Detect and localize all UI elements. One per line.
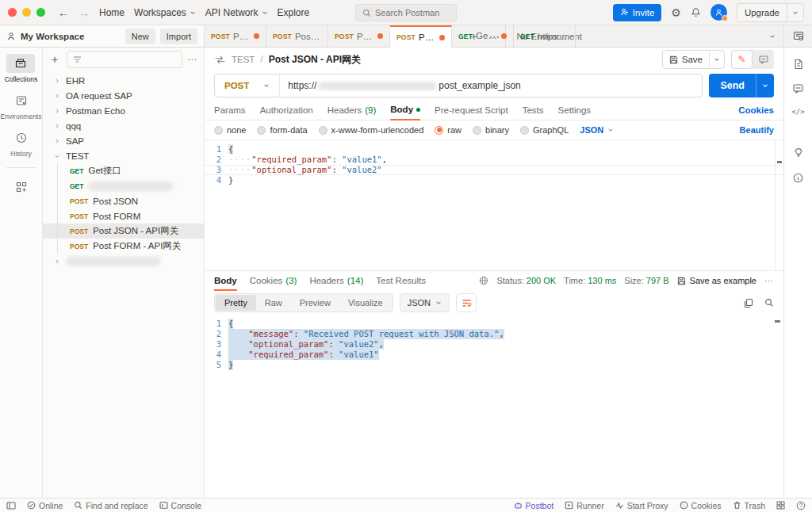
add-collection-icon[interactable]: + xyxy=(48,53,62,66)
body-mode-raw[interactable]: raw xyxy=(435,125,462,135)
statusbar-find-and-replace[interactable]: Find and replace xyxy=(74,501,147,510)
comments-icon[interactable] xyxy=(793,84,803,94)
line-wrap-icon[interactable] xyxy=(456,293,477,312)
request-tab[interactable]: POSTPost JSON xyxy=(266,25,328,47)
request-tab[interactable]: GEThttps://open-api- xyxy=(514,25,576,47)
save-as-example-button[interactable]: Save as example xyxy=(677,276,756,285)
copy-response-icon[interactable] xyxy=(744,298,753,308)
request-tab-params[interactable]: Params xyxy=(214,100,246,120)
sidebar-item-collections[interactable]: Collections xyxy=(5,54,38,83)
beautify-link[interactable]: Beautify xyxy=(740,125,774,135)
response-view-visualize[interactable]: Visualize xyxy=(339,295,392,311)
tree-request-row[interactable]: GET xyxy=(43,178,204,193)
minimize-window-icon[interactable] xyxy=(22,8,31,17)
request-tab-settings[interactable]: Settings xyxy=(558,100,592,120)
chevron-down-icon[interactable] xyxy=(53,153,61,159)
account-avatar[interactable] xyxy=(710,4,727,21)
help-icon[interactable] xyxy=(796,501,806,510)
request-tab[interactable]: POSTPost FORM - xyxy=(205,25,266,47)
tree-folder-row[interactable]: TEST xyxy=(43,148,204,163)
send-options-chevron-icon[interactable] xyxy=(756,74,774,97)
documentation-icon[interactable] xyxy=(794,59,803,70)
tree-request-row[interactable]: POSTPost FORM - API网关 xyxy=(43,239,204,254)
response-view-pretty[interactable]: Pretty xyxy=(216,295,256,311)
request-tab-authorization[interactable]: Authorization xyxy=(260,100,313,120)
workspace-title[interactable]: My Workspace xyxy=(21,32,121,41)
statusbar-trash[interactable]: Trash xyxy=(733,501,765,510)
editor-scrollbar[interactable] xyxy=(775,140,776,270)
cookies-link[interactable]: Cookies xyxy=(738,105,774,115)
request-tab[interactable]: GETGet接口 xyxy=(452,25,514,47)
tree-folder-row[interactable]: SAP xyxy=(43,133,204,148)
url-input[interactable]: https://post_example_json xyxy=(280,80,528,91)
environment-quick-look-icon[interactable] xyxy=(783,25,812,47)
info-icon[interactable] xyxy=(793,173,803,183)
response-options-icon[interactable]: ⋯ xyxy=(764,276,774,286)
body-mode-binary[interactable]: binary xyxy=(473,125,509,135)
global-search[interactable] xyxy=(355,4,457,21)
body-mode-form-data[interactable]: form-data xyxy=(257,125,307,135)
statusbar-cookies[interactable]: Cookies xyxy=(680,501,722,510)
tree-request-row[interactable]: POSTPost JSON - API网关 xyxy=(43,224,204,239)
search-input[interactable] xyxy=(375,8,446,17)
tree-request-row[interactable]: GETGet接口 xyxy=(43,163,204,178)
lightbulb-icon[interactable] xyxy=(794,147,803,159)
chevron-right-icon[interactable] xyxy=(53,258,61,265)
statusbar-console[interactable]: Console xyxy=(159,501,202,510)
invite-button[interactable]: Invite xyxy=(613,4,662,21)
raw-language-dropdown[interactable]: JSON xyxy=(580,125,614,135)
network-globe-icon[interactable] xyxy=(479,276,488,285)
tree-folder-row[interactable]: Postman Echo xyxy=(43,103,204,118)
comments-icon[interactable] xyxy=(753,50,774,69)
chevron-right-icon[interactable] xyxy=(53,78,61,84)
request-body-editor[interactable]: 1{2····"required_param": "value1",3····"… xyxy=(205,139,783,271)
statusbar-start-proxy[interactable]: Start Proxy xyxy=(615,501,668,510)
upgrade-button[interactable]: Upgrade xyxy=(737,3,804,22)
method-dropdown[interactable]: POST xyxy=(215,75,280,97)
code-snippet-icon[interactable]: </> xyxy=(791,108,804,116)
save-options-chevron-icon[interactable] xyxy=(709,51,724,68)
collection-menu-icon[interactable]: ⋯ xyxy=(187,54,197,65)
notifications-bell-icon[interactable] xyxy=(691,7,701,17)
request-tab[interactable]: POSTPost JSON - … xyxy=(390,25,452,48)
response-language-dropdown[interactable]: JSON xyxy=(400,293,450,312)
tree-folder-row[interactable]: qqq xyxy=(43,118,204,133)
save-button[interactable]: Save xyxy=(662,50,725,69)
tree-folder-row[interactable]: EHR xyxy=(43,73,204,88)
response-tab-headers[interactable]: Headers(14) xyxy=(309,271,363,290)
tree-folder-row[interactable]: OA request SAP xyxy=(43,88,204,103)
chevron-right-icon[interactable] xyxy=(53,138,61,144)
statusbar-runner[interactable]: Runner xyxy=(565,501,603,510)
chevron-right-icon[interactable] xyxy=(53,93,61,99)
response-tab-test-results[interactable]: Test Results xyxy=(376,271,426,290)
response-body-viewer[interactable]: 1{2 "message": "Received POST request wi… xyxy=(205,315,783,498)
search-response-icon[interactable] xyxy=(764,298,774,308)
nav-explore[interactable]: Explore xyxy=(278,7,310,18)
body-mode-GraphQL[interactable]: GraphQL xyxy=(520,125,569,135)
two-pane-view-icon[interactable] xyxy=(776,501,785,510)
maximize-window-icon[interactable] xyxy=(36,8,45,17)
request-tab[interactable]: POSTPost FORM xyxy=(328,25,390,47)
response-view-raw[interactable]: Raw xyxy=(256,295,291,311)
upgrade-chevron-icon[interactable] xyxy=(787,4,803,21)
import-button[interactable]: Import xyxy=(160,29,197,44)
settings-gear-icon[interactable]: ⚙ xyxy=(671,6,681,19)
edit-documentation-icon[interactable]: ✎ xyxy=(731,50,753,69)
send-button[interactable]: Send xyxy=(709,74,774,97)
back-arrow-icon[interactable]: ← xyxy=(58,7,69,18)
tree-request-row[interactable]: POSTPost FORM xyxy=(43,208,204,224)
tree-folder-row[interactable] xyxy=(43,254,204,269)
request-tab-headers[interactable]: Headers(9) xyxy=(327,100,377,120)
close-window-icon[interactable] xyxy=(8,8,17,17)
request-tab-tests[interactable]: Tests xyxy=(523,100,544,120)
body-mode-none[interactable]: none xyxy=(214,125,246,135)
statusbar-postbot[interactable]: Postbot xyxy=(514,501,554,510)
new-button[interactable]: New xyxy=(125,29,155,44)
nav-home[interactable]: Home xyxy=(99,7,124,18)
tree-request-row[interactable]: POSTPost JSON xyxy=(43,193,204,208)
response-tab-body[interactable]: Body xyxy=(214,272,237,291)
body-mode-x-www-form-urlencoded[interactable]: x-www-form-urlencoded xyxy=(319,125,424,135)
mock-servers-icon[interactable] xyxy=(7,178,36,197)
chevron-right-icon[interactable] xyxy=(53,123,61,129)
sidebar-item-history[interactable]: History xyxy=(7,128,36,158)
